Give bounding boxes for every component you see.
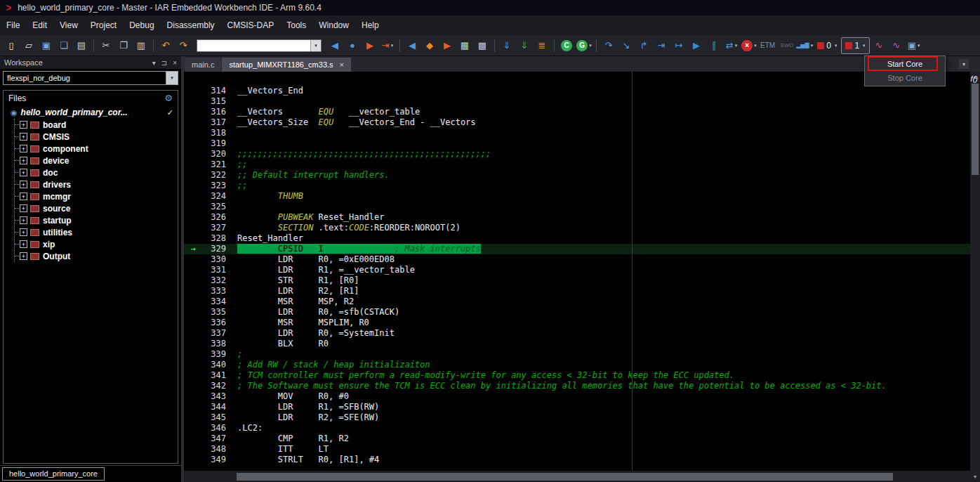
tree-item-output[interactable]: +Output xyxy=(15,250,178,262)
attach-core-icon[interactable]: C xyxy=(558,37,575,54)
download-verify-icon[interactable]: ⇓ xyxy=(516,37,533,54)
pause-icon[interactable]: ∥ xyxy=(706,37,722,54)
breakpoint-gutter[interactable] xyxy=(184,117,202,128)
code-text[interactable]: ITT LT xyxy=(232,444,329,455)
code-text[interactable]: LDR R2, =SFE(RW) xyxy=(232,412,379,423)
new-file-icon[interactable]: ▯ xyxy=(3,37,20,54)
editor-tab-startup-mimxrt1186-cm33-s[interactable]: startup_MIMXRT1186_cm33.s× xyxy=(222,58,351,72)
tree-item-utilities[interactable]: +utilities xyxy=(15,226,178,238)
code-text[interactable]: ; Add RW / stack / heap initializaiton xyxy=(232,360,430,370)
erase-memory-icon[interactable]: ≣ xyxy=(534,37,550,54)
code-text[interactable]: LDR R0, =SystemInit xyxy=(232,328,395,339)
core0-button[interactable]: 0▾ xyxy=(814,37,840,54)
code-text[interactable]: LDR R0, =sfb(CSTACK) xyxy=(232,307,399,318)
vertical-scrollbar[interactable]: ▲ ▼ xyxy=(970,72,980,482)
stop-debug-icon[interactable]: ×▾ xyxy=(741,37,757,54)
breakpoint-gutter[interactable] xyxy=(184,444,202,455)
code-text[interactable]: ; xyxy=(232,349,242,360)
code-text[interactable]: CPSID I ; Mask interrupts xyxy=(232,244,481,254)
tree-item-mcmgr[interactable]: +mcmgr xyxy=(15,190,178,202)
expand-icon[interactable]: + xyxy=(20,193,27,200)
hscroll-thumb[interactable] xyxy=(237,473,893,481)
breakpoint-gutter[interactable] xyxy=(184,191,202,202)
breakpoint-gutter[interactable] xyxy=(184,181,202,191)
code-text[interactable]: ;;;;;;;;;;;;;;;;;;;;;;;;;;;;;;;;;;;;;;;;… xyxy=(232,149,491,159)
build-config-dropdown[interactable]: flexspi_nor_debug ▾ xyxy=(3,71,178,85)
breakpoint-gutter[interactable] xyxy=(184,434,202,444)
breakpoint-gutter[interactable] xyxy=(184,297,202,307)
go-core-icon[interactable]: G▾ xyxy=(576,37,592,54)
cut-icon[interactable]: ✂ xyxy=(98,37,114,54)
compile-icon[interactable]: ▦ xyxy=(456,37,473,54)
menu-edit[interactable]: Edit xyxy=(26,15,53,35)
code-text[interactable]: ;; xyxy=(232,181,247,191)
breakpoint-gutter[interactable] xyxy=(184,265,202,275)
step-over-icon[interactable]: ↷ xyxy=(600,37,617,54)
redo-icon[interactable]: ↷ xyxy=(175,37,192,54)
breakpoint-gutter[interactable] xyxy=(184,202,202,212)
tree-item-device[interactable]: +device xyxy=(15,155,178,167)
code-text[interactable]: LDR R0, =0xE000ED08 xyxy=(232,254,395,265)
expand-icon[interactable]: + xyxy=(20,228,27,236)
prev-bookmark-icon[interactable]: ◀ xyxy=(404,37,421,54)
build-config-caret-icon[interactable]: ▾ xyxy=(166,72,178,84)
run-to-cursor-icon[interactable]: ↦ xyxy=(670,37,687,54)
breakpoint-gutter[interactable] xyxy=(184,286,202,297)
function-list-button[interactable]: f() xyxy=(971,74,978,83)
code-text[interactable]: ; TCM controller must perform a read-mod… xyxy=(232,370,734,381)
vscroll-thumb[interactable] xyxy=(972,84,979,175)
menu-view[interactable]: View xyxy=(53,15,84,35)
download-flash-icon[interactable]: ⇓ xyxy=(498,37,515,54)
breakpoint-gutter[interactable] xyxy=(184,223,202,233)
breakpoint-gutter[interactable] xyxy=(184,402,202,412)
play-icon[interactable]: ▶ xyxy=(688,37,705,54)
workspace-bottom-tab[interactable]: hello_world_primary_core xyxy=(2,467,105,481)
breakpoint-gutter[interactable] xyxy=(184,412,202,423)
pin-icon[interactable]: ⊐ xyxy=(161,59,167,67)
search-input[interactable] xyxy=(197,41,310,51)
code-text[interactable]: LDR R1, =SFB(RW) xyxy=(232,402,379,412)
tree-item-cmsis[interactable]: +CMSIS xyxy=(15,131,178,143)
breakpoint-gutter[interactable] xyxy=(184,107,202,117)
code-text[interactable]: THUMB xyxy=(232,191,303,202)
menu-debug[interactable]: Debug xyxy=(123,15,160,35)
code-text[interactable]: __Vectors EQU __vector_table xyxy=(232,107,420,117)
code-text[interactable]: LDR R1, =__vector_table xyxy=(232,265,415,275)
nav-back-icon[interactable]: ◀ xyxy=(326,37,343,54)
tab-close-icon[interactable]: × xyxy=(340,60,344,69)
expand-icon[interactable]: + xyxy=(20,157,27,164)
expand-icon[interactable]: + xyxy=(20,204,27,212)
code-text[interactable]: PUBWEAK Reset_Handler xyxy=(232,212,385,223)
code-text[interactable]: STRLT R0, [R1], #4 xyxy=(232,455,379,465)
breakpoint-gutter[interactable] xyxy=(184,307,202,318)
editor-tab-main-c[interactable]: main.c xyxy=(185,58,221,72)
save-icon[interactable]: ▣ xyxy=(38,37,55,54)
power-log-icon[interactable]: ∿ xyxy=(888,37,905,54)
menu-window[interactable]: Window xyxy=(312,15,355,35)
goto-bookmark-icon[interactable]: ⇥▾ xyxy=(379,37,396,54)
expand-icon[interactable]: + xyxy=(20,181,27,188)
code-text[interactable]: CMP R1, R2 xyxy=(232,434,349,444)
code-text[interactable]: __Vectors_Size EQU __Vectors_End - __Vec… xyxy=(232,117,476,128)
breakpoint-gutter[interactable] xyxy=(184,349,202,360)
expand-icon[interactable]: + xyxy=(20,169,27,176)
swo-probe-icon[interactable]: ∿ xyxy=(870,37,887,54)
memory-save-icon[interactable]: ▣▾ xyxy=(906,37,922,54)
search-dropdown-icon[interactable]: ▾ xyxy=(310,40,321,51)
tab-list-caret-icon[interactable]: ▾ xyxy=(959,59,969,69)
step-into-icon[interactable]: ↘ xyxy=(618,37,635,54)
breakpoint-gutter[interactable] xyxy=(184,318,202,328)
toggle-bookmark-icon[interactable]: ◆ xyxy=(421,37,438,54)
workspace-close-icon[interactable]: × xyxy=(173,59,177,67)
breakpoint-gutter[interactable] xyxy=(184,254,202,265)
breakpoint-gutter[interactable] xyxy=(184,370,202,381)
expand-icon[interactable]: + xyxy=(20,216,27,224)
breakpoint-gutter[interactable] xyxy=(184,381,202,391)
breakpoint-gutter[interactable] xyxy=(184,138,202,149)
workspace-menu-icon[interactable]: ▾ xyxy=(152,59,156,67)
breakpoint-gutter[interactable] xyxy=(184,423,202,434)
gear-icon[interactable]: ⚙ xyxy=(164,93,173,103)
code-text[interactable]: LDR R2, [R1] xyxy=(232,286,359,297)
tree-item-xip[interactable]: +xip xyxy=(15,238,178,250)
code-text[interactable]: ; The Software must ensure the TCM is EC… xyxy=(232,381,887,391)
